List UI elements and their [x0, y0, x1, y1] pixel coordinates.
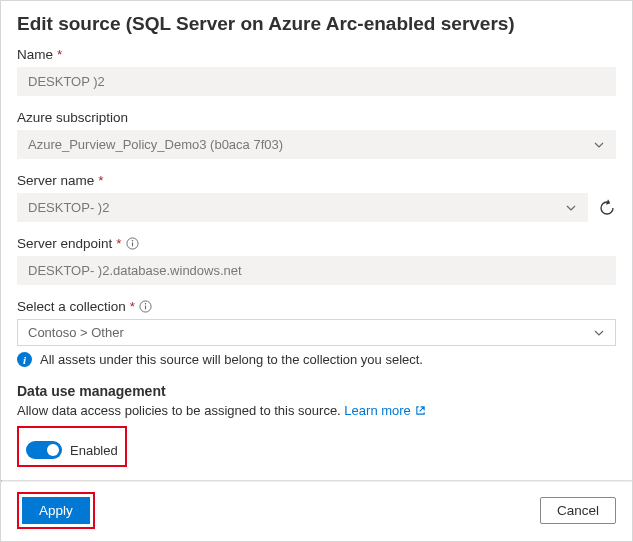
learn-more-text: Learn more	[344, 403, 410, 418]
chevron-down-icon	[565, 202, 577, 214]
apply-button[interactable]: Apply	[22, 497, 90, 524]
svg-point-1	[131, 240, 132, 241]
cancel-button[interactable]: Cancel	[540, 497, 616, 524]
name-label-text: Name	[17, 47, 53, 62]
field-server-endpoint: Server endpoint * DESKTOP- )2.database.w…	[17, 236, 616, 285]
required-marker: *	[130, 299, 135, 314]
collection-label: Select a collection *	[17, 299, 616, 314]
required-marker: *	[116, 236, 121, 251]
dum-description: Allow data access policies to be assigne…	[17, 403, 341, 418]
panel-content: Edit source (SQL Server on Azure Arc-ena…	[1, 1, 632, 480]
learn-more-link[interactable]: Learn more	[344, 403, 425, 418]
info-icon[interactable]	[126, 237, 139, 250]
field-server-name: Server name * DESKTOP- )2	[17, 173, 616, 222]
info-badge-icon: i	[17, 352, 32, 367]
server-name-value: DESKTOP- )2	[28, 200, 109, 215]
server-name-dropdown[interactable]: DESKTOP- )2	[17, 193, 588, 222]
edit-source-panel: Edit source (SQL Server on Azure Arc-ena…	[0, 0, 633, 542]
collection-label-text: Select a collection	[17, 299, 126, 314]
server-endpoint-label-text: Server endpoint	[17, 236, 112, 251]
dum-description-row: Allow data access policies to be assigne…	[17, 403, 616, 418]
chevron-down-icon	[593, 139, 605, 151]
server-name-label-text: Server name	[17, 173, 94, 188]
field-collection: Select a collection * Contoso > Other i …	[17, 299, 616, 367]
name-input[interactable]: DESKTOP )2	[17, 67, 616, 96]
collection-note-text: All assets under this source will belong…	[40, 352, 423, 367]
svg-rect-5	[145, 306, 146, 310]
subscription-label-text: Azure subscription	[17, 110, 128, 125]
external-link-icon	[415, 405, 426, 416]
name-value: DESKTOP )2	[28, 74, 105, 89]
subscription-value: Azure_Purview_Policy_Demo3 (b0aca 7f03)	[28, 137, 283, 152]
server-name-label: Server name *	[17, 173, 616, 188]
server-endpoint-value: DESKTOP- )2.database.windows.net	[28, 263, 242, 278]
subscription-dropdown[interactable]: Azure_Purview_Policy_Demo3 (b0aca 7f03)	[17, 130, 616, 159]
panel-footer: Apply Cancel	[1, 482, 632, 541]
name-label: Name *	[17, 47, 616, 62]
field-name: Name * DESKTOP )2	[17, 47, 616, 96]
server-endpoint-label: Server endpoint *	[17, 236, 616, 251]
toggle-highlight: Enabled	[17, 426, 127, 467]
svg-point-4	[145, 303, 146, 304]
collection-value: Contoso > Other	[28, 325, 124, 340]
field-subscription: Azure subscription Azure_Purview_Policy_…	[17, 110, 616, 159]
dum-heading: Data use management	[17, 383, 616, 399]
required-marker: *	[98, 173, 103, 188]
subscription-label: Azure subscription	[17, 110, 616, 125]
required-marker: *	[57, 47, 62, 62]
svg-rect-2	[132, 243, 133, 247]
chevron-down-icon	[593, 327, 605, 339]
apply-highlight: Apply	[17, 492, 95, 529]
toggle-switch-icon	[26, 441, 62, 459]
toggle-label: Enabled	[70, 443, 118, 458]
dum-toggle[interactable]: Enabled	[22, 439, 122, 461]
panel-title: Edit source (SQL Server on Azure Arc-ena…	[17, 13, 616, 35]
collection-note: i All assets under this source will belo…	[17, 352, 616, 367]
refresh-icon[interactable]	[598, 199, 616, 217]
info-icon[interactable]	[139, 300, 152, 313]
collection-dropdown[interactable]: Contoso > Other	[17, 319, 616, 346]
server-endpoint-input[interactable]: DESKTOP- )2.database.windows.net	[17, 256, 616, 285]
